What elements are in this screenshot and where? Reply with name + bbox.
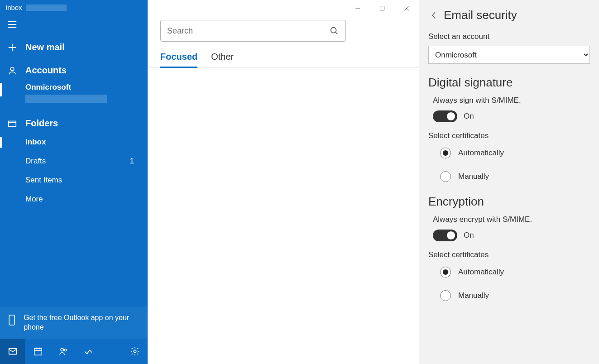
encrypt-cert-manual[interactable]: Manually xyxy=(440,290,590,301)
outlook-app-promo[interactable]: Get the free Outlook app on your phone xyxy=(0,307,148,339)
radio-button xyxy=(440,290,451,301)
radio-label: Automatically xyxy=(458,268,504,277)
settings-panel: Email security Select an account Onmicro… xyxy=(419,0,599,364)
folder-label: Drafts xyxy=(25,157,46,166)
svg-point-18 xyxy=(134,350,136,353)
bottom-nav xyxy=(0,339,148,364)
nav-people[interactable] xyxy=(51,339,76,364)
folder-more[interactable]: More xyxy=(0,190,148,208)
svg-point-17 xyxy=(64,349,67,351)
search-box[interactable] xyxy=(160,20,346,42)
people-icon xyxy=(58,346,68,356)
todo-icon xyxy=(84,346,94,356)
folder-label: Sent Items xyxy=(25,176,62,185)
accounts-header[interactable]: Accounts xyxy=(0,61,148,80)
calendar-icon xyxy=(33,346,43,356)
tab-other[interactable]: Other xyxy=(211,52,234,67)
new-mail-button[interactable]: New mail xyxy=(0,38,148,61)
hamburger-icon xyxy=(7,19,17,29)
title-redacted xyxy=(26,5,67,11)
radio-button xyxy=(440,267,451,278)
folders-header[interactable]: Folders xyxy=(0,114,148,133)
window-minimize[interactable] xyxy=(345,0,370,16)
window-maximize[interactable] xyxy=(370,0,394,16)
folder-sent[interactable]: Sent Items xyxy=(0,171,148,189)
settings-title: Email security xyxy=(444,8,517,22)
window-controls xyxy=(345,0,419,16)
gear-icon xyxy=(130,346,140,356)
radio-label: Manually xyxy=(458,172,489,181)
radio-button xyxy=(440,148,451,158)
always-sign-label: Always sign with S/MIME. xyxy=(433,96,590,105)
mail-icon xyxy=(8,346,18,356)
person-icon xyxy=(7,66,17,76)
plus-icon xyxy=(7,43,17,53)
account-item[interactable]: Onmicrosoft xyxy=(0,80,148,105)
folders-label: Folders xyxy=(25,118,58,129)
encrypt-cert-auto[interactable]: Automatically xyxy=(440,267,590,278)
svg-rect-9 xyxy=(34,349,42,355)
sign-cert-auto[interactable]: Automatically xyxy=(440,148,590,158)
sign-select-cert-label: Select certificates xyxy=(428,131,590,140)
new-mail-label: New mail xyxy=(25,42,65,53)
search-icon xyxy=(329,26,339,36)
nav-calendar[interactable] xyxy=(25,339,51,364)
promo-text: Get the free Outlook app on your phone xyxy=(24,313,140,332)
digital-signature-heading: Digital signature xyxy=(428,76,590,90)
svg-rect-20 xyxy=(380,6,384,10)
radio-label: Manually xyxy=(458,291,489,300)
select-account-label: Select an account xyxy=(428,32,590,41)
account-select[interactable]: Onmicrosoft xyxy=(428,46,590,64)
phone-icon xyxy=(7,314,16,326)
account-name: Onmicrosoft xyxy=(25,83,140,92)
active-marker xyxy=(0,83,2,96)
encrypt-toggle-state: On xyxy=(464,231,474,240)
encrypt-select-cert-label: Select certificates xyxy=(428,250,590,259)
accounts-label: Accounts xyxy=(25,65,67,76)
svg-line-24 xyxy=(335,32,338,34)
always-encrypt-label: Always encrypt with S/MIME. xyxy=(433,215,590,224)
svg-point-5 xyxy=(10,67,14,71)
sidebar: Inbox New mail Accounts Onmicrosoft Fold… xyxy=(0,0,148,364)
active-marker xyxy=(0,137,2,148)
encrypt-toggle[interactable] xyxy=(433,230,457,241)
window-title-text: Inbox xyxy=(5,4,22,11)
close-icon xyxy=(404,5,409,11)
minimize-icon xyxy=(355,5,360,11)
main-pane: Focused Other xyxy=(148,0,419,364)
sign-toggle[interactable] xyxy=(433,110,457,122)
folder-inbox[interactable]: Inbox xyxy=(0,133,148,151)
maximize-icon xyxy=(379,5,385,11)
svg-rect-6 xyxy=(9,121,16,126)
nav-mail[interactable] xyxy=(0,339,25,364)
svg-point-16 xyxy=(61,348,63,351)
sign-toggle-state: On xyxy=(464,112,474,121)
settings-back-button[interactable] xyxy=(428,10,439,21)
folder-icon xyxy=(7,119,17,129)
folder-label: Inbox xyxy=(25,138,46,147)
window-title: Inbox xyxy=(0,0,148,15)
encryption-heading: Encryption xyxy=(428,195,590,209)
nav-settings[interactable] xyxy=(122,339,148,364)
nav-todo[interactable] xyxy=(76,339,101,364)
chevron-left-icon xyxy=(431,12,436,19)
folder-label: More xyxy=(25,195,43,204)
inbox-tabs: Focused Other xyxy=(148,46,419,68)
folder-drafts[interactable]: Drafts 1 xyxy=(0,152,148,170)
account-email-redacted xyxy=(25,95,107,103)
window-close[interactable] xyxy=(394,0,419,16)
svg-rect-7 xyxy=(9,315,14,325)
hamburger-button[interactable] xyxy=(0,15,148,38)
radio-button xyxy=(440,171,451,182)
tab-focused[interactable]: Focused xyxy=(160,52,197,67)
search-input[interactable] xyxy=(167,26,329,36)
folder-count: 1 xyxy=(130,157,134,166)
radio-label: Automatically xyxy=(458,148,504,158)
sign-cert-manual[interactable]: Manually xyxy=(440,171,590,182)
